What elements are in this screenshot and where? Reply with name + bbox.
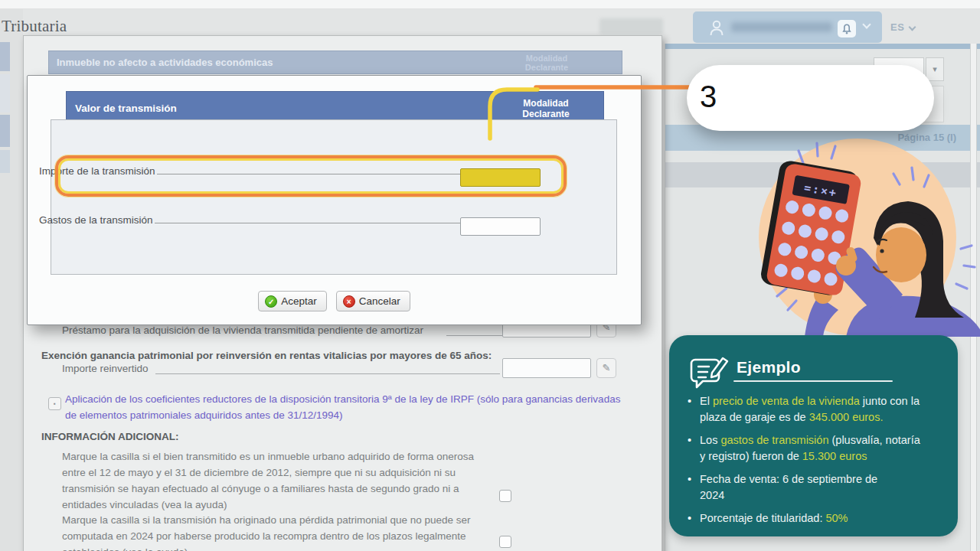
info-paragraph-2: Marque la casilla si la transmisión ha o… [62, 512, 488, 551]
pencil-button[interactable]: ✎ [596, 358, 616, 378]
leader-line [155, 223, 468, 223]
page-indicator: Página 15 (I) [897, 132, 956, 143]
chevron-down-icon[interactable] [862, 20, 871, 28]
coeficientes-checkbox[interactable]: ▪ [48, 397, 61, 410]
modality-label: ModalidadDeclarante [508, 54, 585, 72]
list-item: • Porcentaje de titularidad: 50% [688, 510, 926, 527]
sidebar-fragment [0, 74, 10, 112]
info-checkbox-1[interactable] [499, 490, 511, 502]
sidebar-fragment [0, 150, 10, 173]
chevron-down-icon [909, 24, 916, 31]
dialog-title: Valor de transmisión [75, 103, 177, 114]
field-row: Gastos de la transmisión [39, 214, 469, 226]
dialog-content [51, 119, 617, 275]
importe-reinvertido-label: Importe reinvertido [62, 363, 149, 374]
gastos-transmision-label: Gastos de la transmisión [39, 214, 153, 226]
panel-top-bar [665, 44, 980, 49]
example-panel: Ejemplo • El precio de venta de la vivie… [669, 335, 958, 536]
browser-top-strip [0, 0, 980, 9]
example-title: Ejemplo [737, 358, 801, 377]
gastos-transmision-input[interactable] [460, 217, 541, 236]
exencion-heading: Exención ganancia patrimonial por reinve… [41, 350, 492, 361]
step-number: 3 [700, 80, 717, 114]
list-item: • Fecha de venta: 6 de septiembre de2024 [688, 471, 926, 504]
user-icon [708, 18, 725, 37]
bullet-icon: • [688, 432, 700, 465]
bullet-icon: • [688, 471, 700, 504]
screen: Tributaria ES TE ▾ Página 15 (I) Inmuebl [0, 0, 980, 551]
list-item: • El precio de venta de la vivienda junt… [688, 393, 926, 425]
page-left-edge [0, 9, 23, 551]
bullet-icon: • [688, 393, 700, 425]
dialog-buttons: ✓ Aceptar × Cancelar [28, 291, 641, 311]
background-band [665, 162, 980, 187]
list-item: • Los gastos de transmisión (plusvalía, … [688, 432, 926, 465]
check-icon: ✓ [265, 295, 277, 308]
background-modal-header: Inmueble no afecto a actividades económi… [48, 51, 622, 74]
info-paragraph-1: Marque la casilla si el bien transmitido… [62, 448, 488, 513]
modality-label: ModalidadDeclarante [504, 98, 588, 119]
blurred-field [599, 18, 663, 34]
blurred-user-name [731, 22, 832, 32]
info-adicional-heading: INFORMACIÓN ADICIONAL: [41, 431, 178, 442]
dropdown-arrow-icon[interactable]: ▾ [926, 57, 944, 81]
info-checkbox-2[interactable] [499, 536, 511, 548]
title-underline [733, 380, 893, 382]
tutorial-highlight-ring [55, 155, 567, 197]
pencil-icon: ✎ [603, 362, 611, 373]
coeficientes-link[interactable]: Aplicación de los coeficientes reductore… [65, 392, 632, 423]
cross-icon: × [343, 295, 355, 308]
prestamo-label: Préstamo para la adquisición de la vivie… [62, 324, 423, 336]
bullet-icon: • [688, 510, 700, 527]
scrollbar[interactable] [970, 44, 977, 551]
cancel-button[interactable]: × Cancelar [336, 291, 410, 311]
certificate-icon[interactable] [838, 20, 856, 37]
step-callout-bubble: 3 [687, 65, 934, 131]
accept-button[interactable]: ✓ Aceptar [258, 291, 327, 311]
language-selector[interactable]: ES [890, 21, 915, 33]
example-bullet-list: • El precio de venta de la vivienda junt… [688, 393, 926, 533]
user-session-pill[interactable] [693, 11, 882, 43]
note-pencil-icon [689, 352, 730, 392]
leader-line [155, 364, 500, 374]
importe-reinvertido-input[interactable] [502, 358, 591, 378]
sidebar-fragment [0, 42, 10, 71]
sidebar-fragment [0, 115, 10, 147]
agencia-tributaria-logo: Tributaria [2, 17, 67, 36]
valor-transmision-dialog: Valor de transmisión ModalidadDeclarante… [27, 75, 642, 325]
background-modal-title: Inmueble no afecto a actividades económi… [57, 57, 273, 68]
